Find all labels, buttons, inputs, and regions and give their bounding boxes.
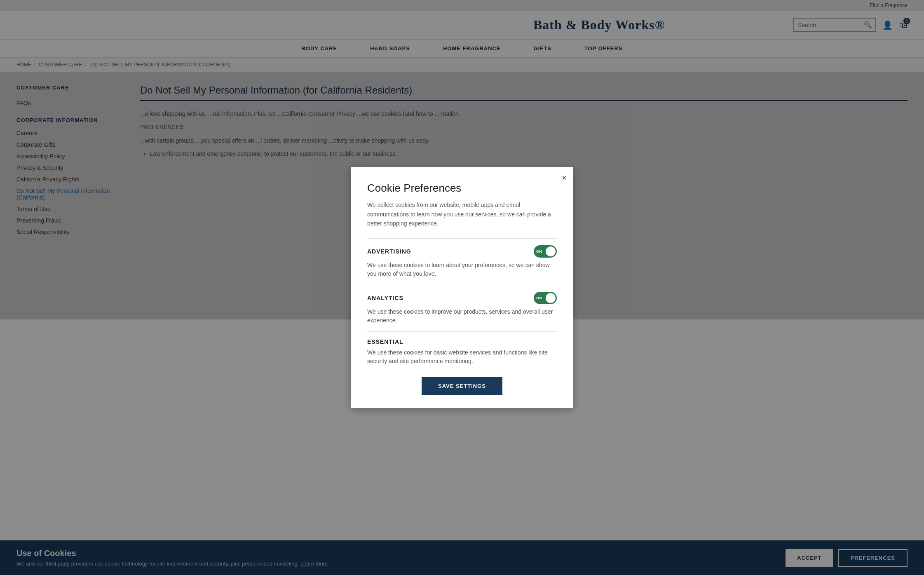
modal-description: We collect cookies from our website, mob… (367, 200, 557, 228)
modal-overlay: × Cookie Preferences We collect cookies … (0, 0, 924, 319)
modal-title: Cookie Preferences (367, 182, 557, 195)
advertising-header: ADVERTISING ON (367, 245, 557, 258)
advertising-title: ADVERTISING (367, 248, 411, 255)
analytics-knob (546, 293, 556, 303)
divider-2 (367, 285, 557, 285)
divider-1 (367, 238, 557, 239)
advertising-desc: We use these cookies to learn about your… (367, 261, 557, 278)
analytics-on-label: ON (536, 296, 542, 300)
advertising-toggle[interactable]: ON (534, 245, 557, 258)
advertising-section: ADVERTISING ON We use these cookies to l… (367, 245, 557, 278)
advertising-on-label: ON (536, 249, 542, 253)
advertising-slider: ON (534, 245, 557, 258)
analytics-header: ANALYTICS ON (367, 292, 557, 304)
advertising-knob (546, 246, 556, 256)
cookie-modal: × Cookie Preferences We collect cookies … (351, 167, 573, 319)
analytics-slider: ON (534, 292, 557, 304)
analytics-desc: We use these cookies to improve our prod… (367, 307, 557, 319)
analytics-title: ANALYTICS (367, 295, 403, 301)
analytics-toggle[interactable]: ON (534, 292, 557, 304)
modal-close-button[interactable]: × (562, 174, 567, 182)
analytics-section: ANALYTICS ON We use these cookies to imp… (367, 292, 557, 319)
